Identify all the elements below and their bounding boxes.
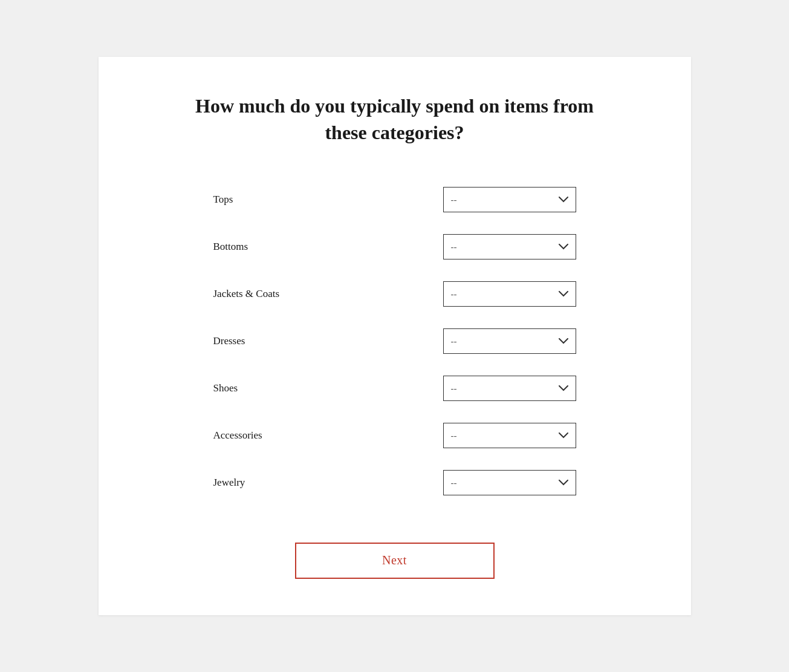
form-row-jackets-coats: Jackets & Coats--Under $25$25 - $50$50 -…	[213, 270, 576, 318]
category-select-jackets-coats[interactable]: --Under $25$25 - $50$50 - $100$100 - $20…	[443, 281, 576, 307]
category-select-bottoms[interactable]: --Under $25$25 - $50$50 - $100$100 - $20…	[443, 234, 576, 259]
form-row-accessories: Accessories--Under $25$25 - $50$50 - $10…	[213, 412, 576, 459]
category-select-jewelry[interactable]: --Under $25$25 - $50$50 - $100$100 - $20…	[443, 470, 576, 495]
category-select-dresses[interactable]: --Under $25$25 - $50$50 - $100$100 - $20…	[443, 328, 576, 354]
category-select-accessories[interactable]: --Under $25$25 - $50$50 - $100$100 - $20…	[443, 423, 576, 448]
category-label-tops: Tops	[213, 194, 322, 206]
category-select-shoes[interactable]: --Under $25$25 - $50$50 - $100$100 - $20…	[443, 376, 576, 401]
form-row-tops: Tops--Under $25$25 - $50$50 - $100$100 -…	[213, 176, 576, 223]
page-container: How much do you typically spend on items…	[99, 57, 691, 615]
form-row-shoes: Shoes--Under $25$25 - $50$50 - $100$100 …	[213, 365, 576, 412]
form-row-dresses: Dresses--Under $25$25 - $50$50 - $100$10…	[213, 318, 576, 365]
next-button[interactable]: Next	[295, 543, 495, 579]
form-row-bottoms: Bottoms--Under $25$25 - $50$50 - $100$10…	[213, 223, 576, 270]
button-area: Next	[147, 543, 643, 579]
category-label-accessories: Accessories	[213, 429, 322, 442]
form-row-jewelry: Jewelry--Under $25$25 - $50$50 - $100$10…	[213, 459, 576, 506]
category-label-dresses: Dresses	[213, 335, 322, 347]
category-label-bottoms: Bottoms	[213, 241, 322, 253]
category-label-shoes: Shoes	[213, 382, 322, 394]
category-label-jackets-coats: Jackets & Coats	[213, 288, 322, 300]
page-title: How much do you typically spend on items…	[189, 93, 600, 145]
form-area: Tops--Under $25$25 - $50$50 - $100$100 -…	[213, 176, 576, 506]
category-select-tops[interactable]: --Under $25$25 - $50$50 - $100$100 - $20…	[443, 187, 576, 212]
category-label-jewelry: Jewelry	[213, 477, 322, 489]
